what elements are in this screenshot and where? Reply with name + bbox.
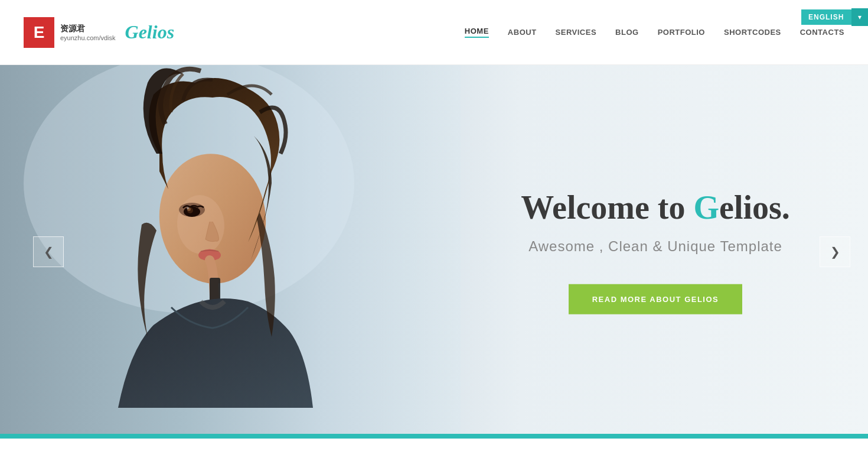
language-dropdown-arrow[interactable]: ▾ [851, 8, 868, 26]
hero-title-dot: . [782, 189, 790, 226]
hero-title-after: elios [719, 189, 782, 226]
nav-blog[interactable]: BLOG [615, 28, 639, 37]
nav-portfolio[interactable]: PORTFOLIO [658, 28, 705, 37]
hero-title-accent: G [694, 189, 720, 226]
chevron-right-icon: ❯ [830, 245, 840, 259]
hero-cta-button[interactable]: READ MORE ABOUT GELIOS [569, 284, 743, 314]
language-selector[interactable]: ENGLISH CHINESE ▾ [801, 8, 868, 26]
bottom-accent-bar [0, 434, 868, 439]
nav-about[interactable]: ABOUT [508, 28, 537, 37]
hero-title-before: Welcome to [521, 189, 693, 226]
logo-icon: E [24, 17, 54, 48]
hero-next-arrow[interactable]: ❯ [820, 236, 850, 267]
svg-point-8 [187, 207, 189, 209]
language-select[interactable]: ENGLISH CHINESE [801, 9, 851, 25]
header: E 资源君 eyunzhu.com/vdisk Gelios HOME ABOU… [0, 0, 868, 65]
nav-home[interactable]: HOME [465, 27, 489, 38]
hero-content: Welcome to Gelios. Awesome , Clean & Uni… [490, 190, 821, 314]
logo-url: eyunzhu.com/vdisk [60, 34, 116, 41]
nav-services[interactable]: SERVICES [556, 28, 597, 37]
logo-gelios: Gelios [125, 21, 175, 43]
hero-image [0, 65, 461, 439]
main-nav: HOME ABOUT SERVICES BLOG PORTFOLIO SHORT… [465, 27, 844, 38]
chevron-left-icon: ❮ [44, 245, 54, 259]
hero-prev-arrow[interactable]: ❮ [33, 236, 64, 267]
logo-text-block: 资源君 eyunzhu.com/vdisk [60, 24, 116, 41]
hero-subtitle: Awesome , Clean & Unique Template [490, 238, 821, 254]
logo-area: E 资源君 eyunzhu.com/vdisk Gelios [24, 17, 174, 48]
logo-brand: 资源君 [60, 24, 116, 34]
nav-contacts[interactable]: CONTACTS [800, 28, 844, 37]
nav-shortcodes[interactable]: SHORTCODES [724, 28, 781, 37]
hero-section: Welcome to Gelios. Awesome , Clean & Uni… [0, 65, 868, 439]
hero-title: Welcome to Gelios. [490, 190, 821, 226]
